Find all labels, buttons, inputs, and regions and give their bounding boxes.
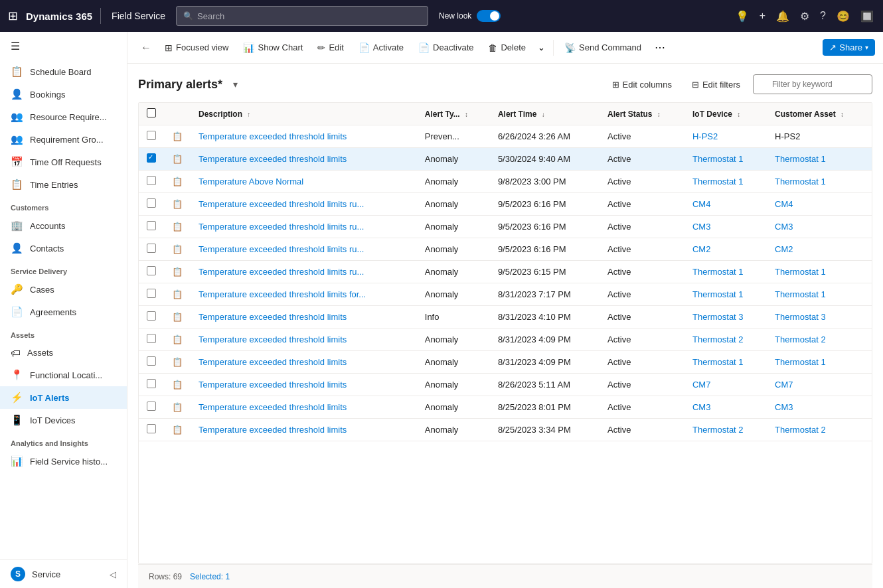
settings-icon[interactable]: ⚙ — [796, 6, 813, 27]
iot-device-link[interactable]: Thermostat 1 — [692, 357, 744, 367]
iot-device-cell[interactable]: CM3 — [684, 216, 767, 238]
sidebar-item-time-entries[interactable]: 📋 Time Entries — [0, 173, 127, 196]
description-cell[interactable]: Temperature exceeded threshold limits — [191, 148, 417, 171]
row-checkbox-cell[interactable] — [139, 238, 164, 261]
iot-device-cell[interactable]: Thermostat 2 — [684, 329, 767, 351]
customer-asset-cell[interactable]: Thermostat 1 — [767, 171, 872, 193]
description-link[interactable]: Temperature exceeded threshold limits — [199, 154, 347, 164]
iot-device-link[interactable]: CM4 — [692, 199, 710, 209]
row-checkbox-cell[interactable] — [139, 125, 164, 148]
customer-asset-cell[interactable]: CM7 — [767, 374, 872, 396]
description-link[interactable]: Temperature Above Normal — [199, 177, 303, 186]
sidebar-item-bookings[interactable]: 👤 Bookings — [0, 83, 127, 106]
customer-asset-cell[interactable]: CM3 — [767, 216, 872, 238]
sidebar-item-field-service-histo[interactable]: 📊 Field Service histo... — [0, 450, 127, 473]
row-checkbox[interactable] — [147, 221, 156, 230]
description-cell[interactable]: Temperature exceeded threshold limits — [191, 329, 417, 351]
row-checkbox[interactable] — [147, 334, 156, 343]
row-checkbox[interactable] — [147, 402, 156, 411]
more-actions-chevron[interactable]: ⌄ — [534, 39, 549, 56]
customer-asset-link[interactable]: CM2 — [775, 244, 793, 254]
iot-device-cell[interactable]: Thermostat 2 — [684, 419, 767, 441]
iot-device-link[interactable]: CM3 — [692, 402, 710, 412]
description-link[interactable]: Temperature exceeded threshold limits — [199, 312, 347, 322]
description-link[interactable]: Temperature exceeded threshold limits ru… — [199, 244, 364, 254]
search-bar[interactable]: 🔍 — [176, 6, 428, 26]
row-checkbox-cell[interactable] — [139, 171, 164, 193]
iot-device-link[interactable]: Thermostat 1 — [692, 154, 744, 164]
description-link[interactable]: Temperature exceeded threshold limits — [199, 402, 347, 412]
row-checkbox-cell[interactable] — [139, 193, 164, 216]
row-checkbox[interactable] — [147, 153, 156, 163]
iot-device-cell[interactable]: CM7 — [684, 374, 767, 396]
customer-asset-header[interactable]: Customer Asset ↕ — [767, 103, 872, 125]
iot-device-cell[interactable]: Thermostat 1 — [684, 261, 767, 283]
row-checkbox[interactable] — [147, 266, 156, 275]
row-checkbox[interactable] — [147, 356, 156, 366]
lightbulb-icon[interactable]: 💡 — [732, 6, 753, 27]
sidebar-item-schedule-board[interactable]: 📋 Schedule Board — [0, 60, 127, 83]
sidebar-item-iot-devices[interactable]: 📱 IoT Devices — [0, 409, 127, 431]
description-cell[interactable]: Temperature exceeded threshold limits — [191, 396, 417, 419]
iot-device-link[interactable]: Thermostat 1 — [692, 289, 744, 299]
sidebar-item-assets[interactable]: 🏷 Assets — [0, 342, 127, 364]
description-cell[interactable]: Temperature exceeded threshold limits ru… — [191, 216, 417, 238]
iot-device-link[interactable]: Thermostat 3 — [692, 312, 744, 322]
description-link[interactable]: Temperature exceeded threshold limits — [199, 380, 347, 390]
iot-device-link[interactable]: CM7 — [692, 380, 710, 390]
sidebar-item-contacts[interactable]: 👤 Contacts — [0, 237, 127, 259]
description-link[interactable]: Temperature exceeded threshold limits ru… — [199, 199, 364, 209]
customer-asset-link[interactable]: CM3 — [775, 402, 793, 412]
activate-button[interactable]: 📄 Activate — [352, 39, 410, 56]
add-icon[interactable]: + — [756, 6, 769, 26]
alert-type-header[interactable]: Alert Ty... ↕ — [417, 103, 490, 125]
focused-view-button[interactable]: ⊞ Focused view — [158, 39, 235, 56]
grid-icon[interactable]: 🔲 — [856, 6, 878, 27]
description-cell[interactable]: Temperature exceeded threshold limits ru… — [191, 238, 417, 261]
sidebar-bottom-service[interactable]: S Service ◁ — [0, 560, 127, 588]
description-link[interactable]: Temperature exceeded threshold limits fo… — [199, 289, 366, 299]
emoji-icon[interactable]: 😊 — [833, 6, 854, 27]
edit-button[interactable]: ✏ Edit — [311, 39, 350, 56]
edit-filters-button[interactable]: ⊟ Edit filters — [684, 76, 748, 94]
row-checkbox-cell[interactable] — [139, 216, 164, 238]
sidebar-item-time-off[interactable]: 📅 Time Off Requests — [0, 151, 127, 173]
iot-device-cell[interactable]: Thermostat 3 — [684, 306, 767, 329]
sidebar-item-accounts[interactable]: 🏢 Accounts — [0, 214, 127, 237]
iot-device-cell[interactable]: Thermostat 1 — [684, 148, 767, 171]
iot-device-cell[interactable]: CM3 — [684, 396, 767, 419]
row-checkbox[interactable] — [147, 289, 156, 298]
description-cell[interactable]: Temperature exceeded threshold limits ru… — [191, 193, 417, 216]
iot-device-link[interactable]: Thermostat 2 — [692, 425, 744, 435]
iot-device-link[interactable]: Thermostat 1 — [692, 267, 744, 277]
description-link[interactable]: Temperature exceeded threshold limits — [199, 357, 347, 367]
select-all-header[interactable] — [139, 103, 164, 125]
new-look-toggle[interactable] — [477, 10, 501, 22]
row-checkbox-cell[interactable] — [139, 351, 164, 374]
customer-asset-link[interactable]: Thermostat 2 — [775, 425, 826, 435]
customer-asset-cell[interactable]: Thermostat 1 — [767, 148, 872, 171]
iot-device-header[interactable]: IoT Device ↕ — [684, 103, 767, 125]
row-checkbox[interactable] — [147, 379, 156, 388]
customer-asset-cell[interactable]: CM2 — [767, 238, 872, 261]
grid-title-chevron[interactable]: ▾ — [233, 79, 238, 90]
customer-asset-link[interactable]: CM4 — [775, 199, 793, 209]
row-checkbox[interactable] — [147, 131, 156, 140]
search-input[interactable] — [197, 11, 421, 21]
apps-icon[interactable]: ⊞ — [5, 6, 21, 26]
description-link[interactable]: Temperature exceeded threshold limits — [199, 131, 347, 141]
iot-device-link[interactable]: H-PS2 — [692, 131, 718, 141]
description-link[interactable]: Temperature exceeded threshold limits — [199, 425, 347, 435]
description-cell[interactable]: Temperature exceeded threshold limits — [191, 306, 417, 329]
row-checkbox-cell[interactable] — [139, 261, 164, 283]
row-checkbox-cell[interactable] — [139, 306, 164, 329]
row-checkbox-cell[interactable] — [139, 419, 164, 441]
row-checkbox-cell[interactable] — [139, 283, 164, 306]
filter-input[interactable] — [753, 74, 872, 94]
customer-asset-cell[interactable]: Thermostat 1 — [767, 261, 872, 283]
customer-asset-cell[interactable]: Thermostat 2 — [767, 329, 872, 351]
customer-asset-link[interactable]: Thermostat 1 — [775, 289, 826, 299]
alert-status-header[interactable]: Alert Status ↕ — [600, 103, 684, 125]
edit-columns-button[interactable]: ⊞ Edit columns — [605, 76, 679, 94]
sidebar-item-requirement-gro[interactable]: 👥 Requirement Gro... — [0, 128, 127, 151]
